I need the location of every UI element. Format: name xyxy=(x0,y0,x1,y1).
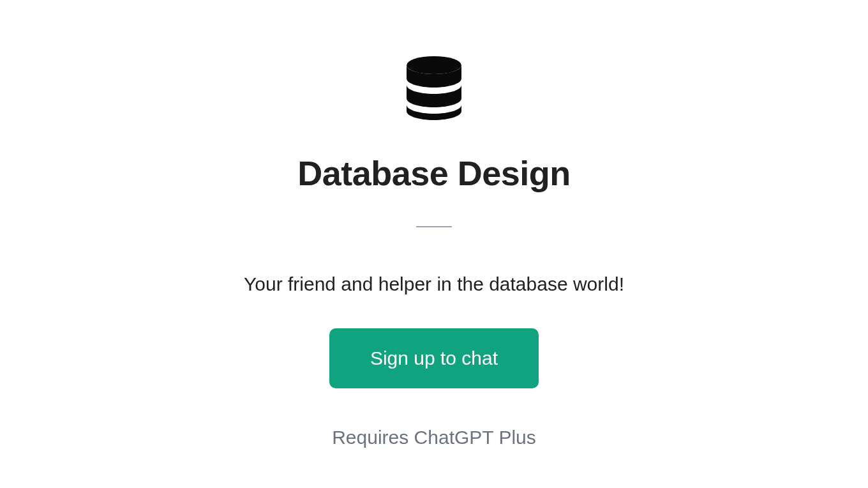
title-divider xyxy=(416,226,452,227)
page-subtitle: Your friend and helper in the database w… xyxy=(244,273,624,295)
signup-button[interactable]: Sign up to chat xyxy=(329,328,539,388)
svg-point-7 xyxy=(407,56,461,74)
requirement-note: Requires ChatGPT Plus xyxy=(332,427,536,448)
page-title: Database Design xyxy=(297,153,571,193)
database-icon xyxy=(403,56,465,123)
app-icon-wrap xyxy=(403,56,465,123)
